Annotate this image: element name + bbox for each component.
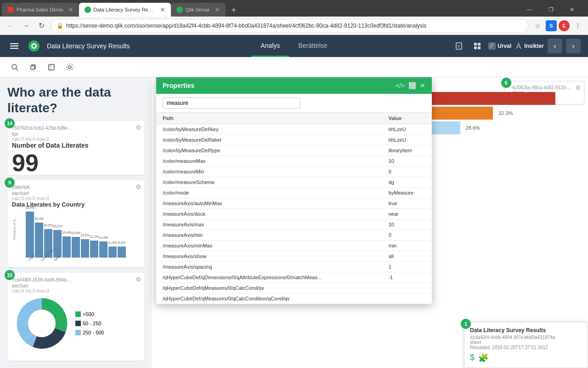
tab-close-1[interactable]: ✕ bbox=[68, 6, 74, 13]
bar-france[interactable]: 11.6% bbox=[99, 242, 107, 258]
path-cell: /measureAxis/max bbox=[156, 219, 382, 230]
bar-china[interactable]: 11.6% bbox=[108, 247, 117, 258]
properties-search bbox=[156, 94, 432, 113]
table-row[interactable]: /color/byMeasureDef/labelbhLzeU bbox=[156, 135, 432, 145]
back-button[interactable]: ← bbox=[4, 19, 17, 32]
code-icon[interactable]: </> bbox=[396, 82, 405, 89]
tab-close-2[interactable]: ✕ bbox=[160, 6, 165, 13]
prev-sheet-button[interactable]: ‹ bbox=[548, 39, 562, 53]
piechart-widget-info: calc:0 ms:0 max:0 bbox=[12, 288, 140, 293]
kpi-widget-info: calc:0 ms:0 max:0 bbox=[12, 137, 140, 142]
table-row[interactable]: /color/byMeasureDef/keybhLzeU bbox=[156, 124, 432, 135]
new-tab-button[interactable]: + bbox=[227, 4, 240, 17]
address-bar[interactable]: 🔒 https://sense-demo.qlik.com/sso/sense/… bbox=[51, 19, 528, 33]
bookmark-icon[interactable]: ☆ bbox=[531, 19, 544, 32]
table-row[interactable]: /measureAxis/showall bbox=[156, 251, 432, 262]
table-row[interactable]: /measureAxis/minMaxmin bbox=[156, 241, 432, 251]
col-header-path: Path bbox=[156, 113, 382, 124]
tr-gear-icon[interactable]: ⚙ bbox=[575, 84, 581, 92]
extension-btn-1[interactable]: S bbox=[546, 20, 557, 31]
table-row[interactable]: /measureAxis/min0 bbox=[156, 230, 432, 241]
next-sheet-button[interactable]: › bbox=[566, 39, 581, 53]
svg-rect-3 bbox=[474, 43, 477, 46]
expand-icon[interactable]: ⬜ bbox=[408, 82, 416, 89]
bar-india[interactable]: 33.4% bbox=[26, 212, 34, 258]
table-row[interactable]: /color/measureMin0 bbox=[156, 167, 432, 177]
menu-icon[interactable]: ⋮ bbox=[571, 19, 584, 32]
tab-analys[interactable]: Analys bbox=[251, 35, 289, 57]
tab-qlik-sense[interactable]: Qlik Sense ✕ bbox=[171, 3, 226, 17]
restore-tool-button[interactable] bbox=[26, 60, 40, 75]
tab-title-1: Pharma Sales Demo bbox=[17, 7, 63, 12]
puzzle-icon[interactable]: 🧩 bbox=[478, 353, 488, 363]
bar-japan[interactable]: 8.0% bbox=[118, 247, 126, 258]
table-row[interactable]: /color/byMeasureDef/typelibraryItem bbox=[156, 145, 432, 156]
refresh-button[interactable]: ↻ bbox=[35, 19, 48, 32]
piechart-widget-gear[interactable]: ⚙ bbox=[136, 276, 141, 283]
value-cell: 0 bbox=[382, 230, 432, 241]
table-row[interactable]: /qHyperCubeDef/qDimensions/0/qAttributeE… bbox=[156, 272, 432, 283]
table-row[interactable]: /qHyperCubeDef/qMeasures/0/qCalcConditio… bbox=[156, 293, 432, 304]
maximize-tool-button[interactable] bbox=[44, 60, 59, 75]
properties-table: Path Value /color/byMeasureDef/keybhLzeU… bbox=[156, 113, 432, 304]
minimize-button[interactable]: — bbox=[519, 3, 540, 17]
table-row[interactable]: /color/measureSchemedg bbox=[156, 177, 432, 188]
bar-germany[interactable]: 12.2% bbox=[90, 241, 98, 258]
urval-icon bbox=[488, 42, 496, 50]
bottom-right-widget: 1 Data Literacy Survey Results d18a42f4-… bbox=[464, 322, 588, 368]
tab-data-literacy[interactable]: Data Literacy Survey Results - W... ✕ bbox=[79, 3, 171, 17]
page-title: Who are the data literate? bbox=[7, 85, 144, 115]
properties-table-scroll[interactable]: Path Value /color/byMeasureDef/keybhLzeU… bbox=[156, 113, 432, 304]
table-row[interactable]: /measureAxis/docknear bbox=[156, 209, 432, 219]
x-axis-labels: India United Stat... Spain bbox=[26, 259, 140, 263]
tab-berattelse[interactable]: Berättelse bbox=[289, 35, 336, 57]
donut-chart bbox=[12, 293, 72, 353]
bookmark-app-icon[interactable] bbox=[452, 39, 466, 53]
urval-section[interactable]: Urval bbox=[488, 42, 511, 50]
close-button[interactable]: ✕ bbox=[561, 3, 582, 17]
tab-close-3[interactable]: ✕ bbox=[215, 6, 220, 13]
barchart-widget: 9 ⚙ XMeHsK barchart calc:0 ms:0 max:0 Da… bbox=[7, 180, 144, 267]
bar-us[interactable]: 25.3% bbox=[35, 223, 43, 258]
extension-btn-2[interactable]: E bbox=[559, 20, 570, 31]
kpi-title: Number of Data Literates bbox=[12, 142, 140, 149]
properties-search-input[interactable] bbox=[163, 98, 300, 109]
legend-label-50-250: 250 - 500 bbox=[83, 330, 104, 335]
settings-tool-button[interactable] bbox=[62, 60, 77, 75]
address-text: https://sense-demo.qlik.com/sso/sense/ap… bbox=[66, 23, 522, 29]
table-row[interactable]: /qHyperCubeDef/qMeasures/0/qCalcCond/qv bbox=[156, 283, 432, 293]
kpi-widget-gear[interactable]: ⚙ bbox=[136, 124, 141, 131]
path-cell: /measureAxis/autoMinMax bbox=[156, 198, 382, 209]
search-tool-button[interactable] bbox=[7, 60, 22, 75]
properties-header-icons: </> ⬜ ✕ bbox=[396, 82, 425, 89]
bar-singapore[interactable]: 13.5% bbox=[81, 239, 89, 258]
piechart-area: >500 50 - 250 250 - 500 bbox=[12, 293, 140, 353]
hamburger-menu[interactable] bbox=[7, 40, 21, 52]
y-axis-label: Percent of D... bbox=[13, 216, 17, 240]
table-row[interactable]: /measureAxis/spacing1 bbox=[156, 262, 432, 272]
tab-pharma-sales[interactable]: Pharma Sales Demo ✕ bbox=[2, 3, 79, 17]
barchart-widget-gear[interactable]: ⚙ bbox=[136, 183, 141, 190]
maximize-button[interactable]: ❐ bbox=[540, 3, 561, 17]
tab-title-2: Data Literacy Survey Results - W... bbox=[94, 7, 155, 12]
urval-label: Urval bbox=[498, 43, 511, 49]
close-properties-icon[interactable]: ✕ bbox=[420, 82, 425, 89]
value-cell: dg bbox=[382, 177, 432, 188]
table-row[interactable]: /color/measureMax10 bbox=[156, 156, 432, 167]
layout-icon[interactable] bbox=[470, 39, 485, 53]
table-row[interactable]: /measureAxis/autoMinMaxtrue bbox=[156, 198, 432, 209]
hbar-pct-2: 32.3% bbox=[498, 110, 513, 116]
path-cell: /color/measureMax bbox=[156, 156, 382, 167]
table-row[interactable]: /color/modebyMeasure bbox=[156, 188, 432, 198]
bar-uk[interactable]: 20.1% bbox=[53, 230, 62, 258]
bar-aus[interactable]: 15.4% bbox=[62, 236, 71, 258]
bar-sweden[interactable]: 15.0% bbox=[72, 237, 80, 258]
svg-rect-4 bbox=[478, 43, 481, 46]
legend-label-500: >500 bbox=[83, 311, 94, 317]
forward-button[interactable]: → bbox=[19, 19, 32, 32]
dollar-icon[interactable]: $ bbox=[470, 353, 475, 363]
properties-header: Properties </> ⬜ ✕ bbox=[156, 77, 432, 94]
insikter-section[interactable]: Insikter bbox=[515, 42, 544, 50]
table-row[interactable]: /measureAxis/max10 bbox=[156, 219, 432, 230]
browser-tabs: Pharma Sales Demo ✕ Data Literacy Survey… bbox=[0, 0, 588, 17]
